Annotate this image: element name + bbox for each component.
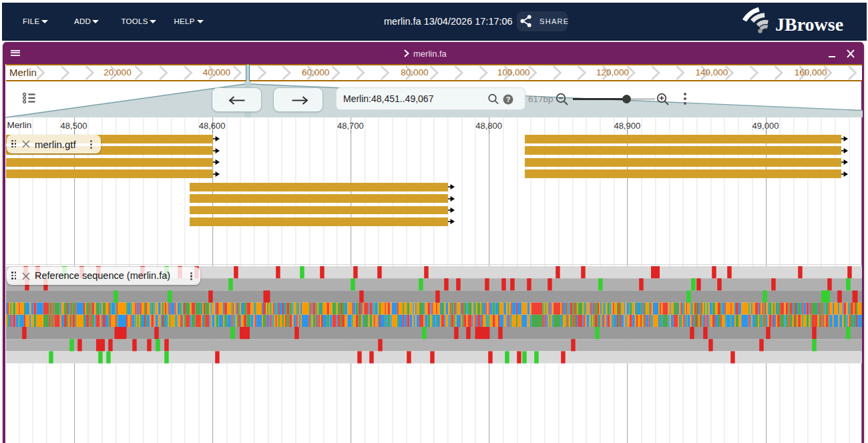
- svg-text:?: ?: [506, 95, 511, 103]
